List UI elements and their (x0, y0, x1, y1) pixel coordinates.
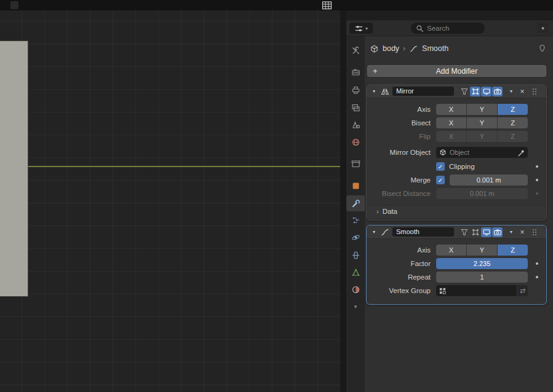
delete-modifier-button[interactable]: × (518, 229, 527, 236)
physics-icon (351, 233, 360, 242)
bisect-z-button[interactable]: Z (498, 117, 528, 128)
invert-vertex-group-button[interactable]: ⇄ (517, 285, 528, 296)
modifier-panel-smooth: ▾ Smooth (366, 225, 547, 305)
vertex-group-field[interactable] (436, 285, 517, 296)
wrench-icon (351, 199, 360, 208)
realtime-toggle[interactable] (481, 227, 491, 237)
modifier-name-field[interactable]: Smooth (392, 227, 454, 237)
axis-x-button[interactable]: X (436, 245, 466, 256)
breadcrumb-modifier-name[interactable]: Smooth (422, 44, 448, 53)
smooth-axis-row: Axis X Y Z (367, 245, 546, 256)
mirror-object-label: Mirror Object (372, 149, 431, 156)
factor-slider[interactable]: 2.235 (436, 258, 528, 269)
bisect-y-button[interactable]: Y (467, 117, 497, 128)
clipping-checkbox[interactable]: ✓ (436, 162, 445, 171)
mesh-object-body[interactable] (0, 41, 28, 297)
tab-particles[interactable] (346, 212, 365, 228)
mirror-bisect-row: Bisect X Y Z (367, 117, 546, 128)
mesh-data-icon (351, 268, 360, 277)
app-menu-icon[interactable] (10, 1, 18, 9)
axis-label: Axis (372, 246, 431, 254)
axis-z-button[interactable]: Z (498, 245, 528, 256)
tab-object[interactable] (346, 178, 365, 194)
delete-modifier-button[interactable]: × (518, 88, 527, 95)
repeat-field[interactable]: 1 (436, 272, 528, 283)
axis-y-button[interactable]: Y (467, 104, 497, 115)
tab-constraints[interactable] (346, 247, 365, 263)
merge-threshold-field[interactable]: 0.001 m (450, 174, 528, 186)
tab-modifiers-active[interactable] (346, 195, 365, 211)
search-input[interactable]: Search (411, 23, 485, 34)
tab-view-layer[interactable] (346, 100, 365, 116)
smooth-modifier-icon (380, 227, 390, 237)
modifier-extras-dropdown[interactable]: ▾ (507, 229, 515, 235)
mirror-data-subpanel[interactable]: › Data (367, 205, 546, 218)
flip-z-button[interactable]: Z (498, 131, 528, 142)
tab-world[interactable] (346, 134, 365, 150)
chevron-down-icon: ▾ (365, 26, 368, 31)
tab-object-data[interactable] (346, 264, 365, 280)
edit-mode-toggle[interactable] (470, 227, 480, 237)
object-icon (351, 181, 360, 190)
animate-dot[interactable] (536, 165, 538, 168)
render-toggle[interactable] (492, 87, 503, 96)
on-cage-icon (460, 87, 469, 96)
factor-label: Factor (372, 260, 431, 267)
monitor-icon (482, 87, 491, 96)
drag-handle-icon[interactable] (531, 87, 538, 96)
tab-collection[interactable] (346, 155, 365, 171)
tab-output[interactable] (346, 82, 365, 98)
expand-caret-icon[interactable]: ▾ (370, 88, 378, 94)
smooth-vertex-group-row: Vertex Group (367, 285, 546, 296)
header-options-dropdown[interactable]: ▾ (538, 23, 548, 33)
animate-dot[interactable] (536, 262, 538, 265)
mirror-clipping-row: ✓ Clipping (367, 161, 546, 172)
modifier-name-field[interactable]: Mirror (392, 87, 454, 96)
rail-scroll-chevron[interactable]: ▾ (346, 304, 365, 310)
constraints-icon (351, 251, 360, 260)
tab-physics[interactable] (346, 229, 365, 245)
on-cage-toggle[interactable] (459, 87, 469, 96)
bisect-distance-label: Bisect Distance (372, 190, 431, 197)
eyedropper-icon[interactable] (517, 149, 525, 157)
grid-view-icon[interactable] (322, 1, 332, 10)
blender-window: ▾ Search ▾ (0, 0, 553, 392)
viewport-3d[interactable] (0, 10, 340, 392)
repeat-label: Repeat (372, 273, 431, 281)
mirror-object-field[interactable]: Object (436, 147, 528, 158)
modifier-extras-dropdown[interactable]: ▾ (507, 88, 515, 94)
mirror-modifier-icon (380, 87, 390, 96)
edit-mode-toggle[interactable] (470, 87, 480, 96)
expand-caret-icon[interactable]: ▾ (370, 229, 378, 235)
axis-y-button[interactable]: Y (467, 245, 497, 256)
add-modifier-button[interactable]: + Add Modifier (367, 65, 546, 77)
bisect-distance-field[interactable]: 0.001 m (436, 188, 528, 199)
tab-render[interactable] (346, 64, 365, 80)
bisect-x-button[interactable]: X (436, 117, 466, 128)
animate-dot[interactable] (536, 276, 538, 278)
tab-tool[interactable] (346, 42, 365, 58)
editor-separator[interactable] (340, 10, 346, 392)
smooth-panel-header[interactable]: ▾ Smooth (367, 225, 546, 239)
mirror-panel-header[interactable]: ▾ Mirror (367, 85, 546, 98)
pin-icon[interactable] (538, 44, 546, 53)
properties-content: body › Smooth + Add Modifier ▾ (365, 36, 553, 392)
on-cage-toggle[interactable] (459, 227, 469, 237)
camera-icon (493, 87, 502, 96)
tab-scene[interactable] (346, 117, 365, 133)
add-modifier-label: Add Modifier (436, 67, 477, 76)
editor-type-dropdown[interactable]: ▾ (349, 23, 373, 34)
render-toggle[interactable] (492, 227, 503, 237)
tab-material[interactable] (346, 281, 365, 297)
drag-handle-icon[interactable] (531, 228, 538, 237)
flip-y-button[interactable]: Y (467, 131, 497, 142)
axis-z-button[interactable]: Z (498, 104, 528, 115)
merge-checkbox[interactable]: ✓ (436, 176, 445, 184)
realtime-toggle[interactable] (481, 87, 491, 96)
axis-x-button[interactable]: X (436, 104, 466, 115)
world-icon (351, 138, 360, 147)
animate-dot[interactable] (536, 179, 538, 181)
flip-x-button[interactable]: X (436, 131, 466, 142)
breadcrumb: body › Smooth (365, 41, 553, 57)
breadcrumb-object-name[interactable]: body (383, 44, 399, 53)
